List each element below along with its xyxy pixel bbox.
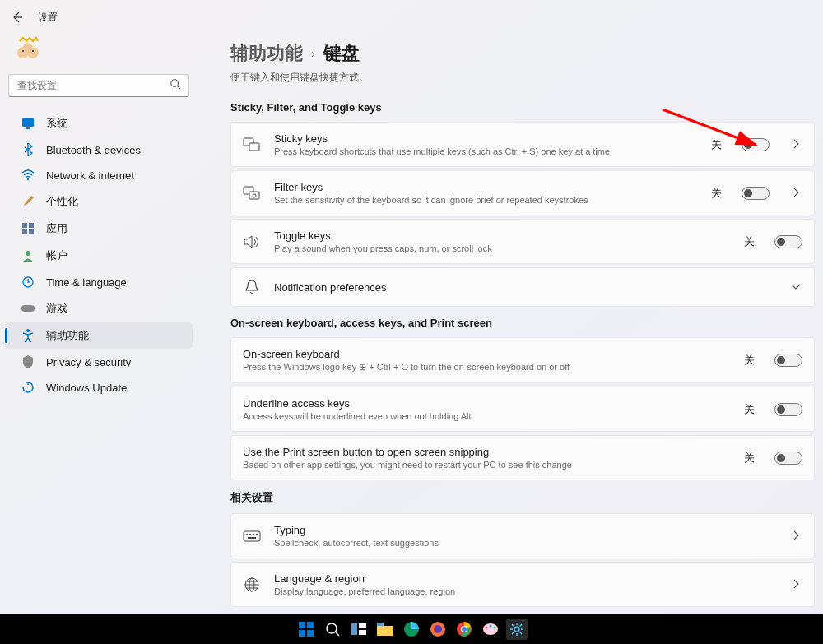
nav-label: Bluetooth & devices bbox=[46, 144, 141, 156]
settings-taskbar[interactable] bbox=[506, 619, 528, 640]
card-desc: Spellcheck, autocorrect, text suggestion… bbox=[274, 538, 770, 548]
svg-point-4 bbox=[32, 50, 34, 52]
breadcrumb-child: 键盘 bbox=[323, 41, 360, 66]
svg-rect-22 bbox=[244, 531, 260, 541]
card-title: Typing bbox=[274, 524, 770, 536]
nav-label: Time & language bbox=[46, 276, 127, 289]
section-related-header: 相关设置 bbox=[230, 490, 815, 505]
toggle-state-label: 关 bbox=[711, 137, 722, 152]
svg-rect-24 bbox=[249, 534, 251, 535]
taskbar bbox=[0, 614, 823, 644]
language-region-card[interactable]: Language & region Display language, pref… bbox=[230, 562, 815, 607]
system-icon bbox=[21, 117, 35, 130]
svg-rect-6 bbox=[22, 118, 34, 127]
app-title: 设置 bbox=[38, 11, 58, 25]
svg-rect-39 bbox=[351, 623, 357, 635]
nav-label: 应用 bbox=[46, 221, 67, 236]
section-onscreen-header: On-screen keyboard, access keys, and Pri… bbox=[230, 317, 815, 329]
edge[interactable] bbox=[401, 619, 422, 640]
underline-access-keys-card[interactable]: Underline access keys Access keys will b… bbox=[230, 387, 815, 432]
svg-rect-7 bbox=[26, 127, 30, 129]
svg-point-5 bbox=[171, 80, 179, 87]
wifi-icon bbox=[21, 169, 35, 182]
nav-bluetooth[interactable]: Bluetooth & devices bbox=[5, 137, 193, 162]
card-title: Underline access keys bbox=[243, 397, 731, 410]
nav-apps[interactable]: 应用 bbox=[5, 215, 193, 242]
card-desc: Display language, preferred language, re… bbox=[274, 586, 770, 596]
nav-accessibility[interactable]: 辅助功能 bbox=[5, 322, 193, 349]
task-view[interactable] bbox=[348, 619, 370, 640]
typing-card[interactable]: Typing Spellcheck, autocorrect, text sug… bbox=[230, 513, 815, 558]
search-taskbar[interactable] bbox=[322, 619, 343, 640]
svg-point-13 bbox=[26, 251, 30, 256]
svg-rect-37 bbox=[307, 630, 314, 637]
nav-label: 个性化 bbox=[46, 194, 78, 209]
back-button[interactable] bbox=[10, 10, 25, 25]
nav-label: 系统 bbox=[46, 116, 67, 131]
chevron-right-icon bbox=[791, 579, 802, 591]
svg-rect-34 bbox=[299, 622, 305, 628]
chrome[interactable] bbox=[453, 619, 475, 640]
nav-personalization[interactable]: 个性化 bbox=[5, 188, 193, 215]
svg-point-3 bbox=[22, 50, 24, 52]
svg-rect-26 bbox=[256, 534, 258, 535]
clock-icon bbox=[21, 276, 35, 289]
filter-keys-card[interactable]: Filter keys Set the sensitivity of the k… bbox=[230, 170, 815, 215]
card-title: Filter keys bbox=[274, 181, 698, 193]
chevron-right-icon bbox=[791, 139, 802, 151]
nav-gaming[interactable]: 游戏 bbox=[5, 295, 193, 322]
svg-rect-42 bbox=[377, 623, 384, 626]
nav-system[interactable]: 系统 bbox=[5, 110, 193, 137]
card-desc: Play a sound when you press caps, num, o… bbox=[274, 243, 731, 253]
sticky-keys-toggle[interactable] bbox=[742, 138, 770, 151]
toggle-keys-toggle[interactable] bbox=[774, 235, 802, 248]
search-input[interactable] bbox=[8, 74, 189, 97]
card-desc: Set the sensitivity of the keyboard so i… bbox=[274, 195, 698, 205]
print-screen-card[interactable]: Use the Print screen button to open scre… bbox=[230, 435, 815, 480]
search-box bbox=[8, 74, 189, 97]
toggle-keys-card[interactable]: Toggle keys Play a sound when you press … bbox=[230, 219, 815, 264]
globe-icon bbox=[243, 576, 261, 594]
card-title: Toggle keys bbox=[274, 229, 731, 242]
svg-point-38 bbox=[327, 623, 337, 633]
user-avatar[interactable] bbox=[15, 35, 43, 63]
svg-point-45 bbox=[434, 625, 442, 633]
toggle-state-label: 关 bbox=[711, 186, 722, 201]
start-button[interactable] bbox=[295, 619, 317, 640]
nav-network[interactable]: Network & internet bbox=[5, 163, 193, 188]
breadcrumb-parent[interactable]: 辅助功能 bbox=[230, 41, 303, 66]
card-desc: Access keys will be underlined even when… bbox=[243, 411, 731, 421]
chevron-down-icon bbox=[791, 281, 802, 293]
prtsc-toggle[interactable] bbox=[774, 452, 802, 465]
notification-preferences-card[interactable]: Notification preferences bbox=[230, 267, 815, 307]
svg-point-50 bbox=[486, 627, 488, 629]
svg-rect-36 bbox=[299, 630, 305, 637]
chevron-right-icon bbox=[791, 530, 802, 542]
filter-keys-icon bbox=[243, 184, 261, 202]
card-title: Notification preferences bbox=[274, 281, 770, 294]
search-icon bbox=[170, 78, 183, 91]
firefox[interactable] bbox=[427, 619, 449, 640]
toggle-state-label: 关 bbox=[744, 451, 755, 466]
nav-accounts[interactable]: 帐户 bbox=[5, 243, 193, 269]
nav-windows-update[interactable]: Windows Update bbox=[5, 375, 193, 400]
svg-rect-10 bbox=[29, 223, 34, 228]
osk-toggle[interactable] bbox=[774, 354, 802, 367]
paint[interactable] bbox=[480, 619, 501, 640]
card-title: Sticky keys bbox=[274, 132, 698, 145]
gaming-icon bbox=[21, 302, 35, 315]
svg-rect-12 bbox=[29, 229, 34, 234]
section-sticky-header: Sticky, Filter, and Toggle keys bbox=[230, 101, 815, 114]
card-desc: Press the Windows logo key ⊞ + Ctrl + O … bbox=[243, 362, 731, 373]
filter-keys-toggle[interactable] bbox=[742, 187, 770, 200]
sidebar: 系统 Bluetooth & devices Network & interne… bbox=[0, 25, 206, 611]
nav-time-language[interactable]: Time & language bbox=[5, 270, 193, 294]
sticky-keys-card[interactable]: Sticky keys Press keyboard shortcuts tha… bbox=[230, 122, 815, 167]
file-explorer[interactable] bbox=[374, 619, 396, 640]
svg-point-53 bbox=[514, 627, 519, 632]
onscreen-keyboard-card[interactable]: On-screen keyboard Press the Windows log… bbox=[230, 337, 815, 383]
underline-toggle[interactable] bbox=[774, 403, 802, 416]
nav-privacy[interactable]: Privacy & security bbox=[5, 350, 193, 374]
svg-point-8 bbox=[27, 178, 29, 180]
toggle-state-label: 关 bbox=[744, 402, 755, 417]
